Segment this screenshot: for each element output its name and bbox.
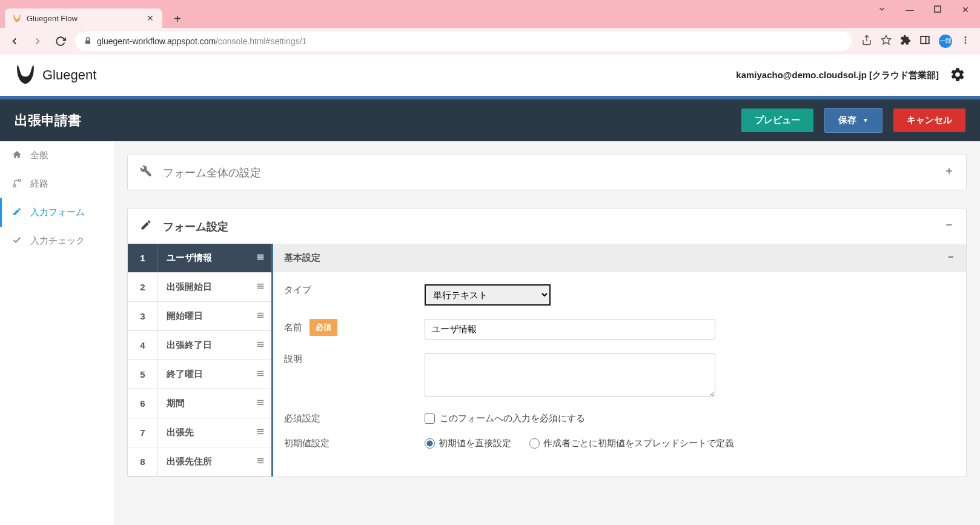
field-name: 期間: [158, 398, 250, 409]
field-row[interactable]: 3開始曜日: [128, 302, 271, 331]
collapse-icon[interactable]: [947, 253, 955, 263]
panel-icon[interactable]: [919, 35, 930, 48]
field-row[interactable]: 1ユーザ情報: [128, 244, 271, 273]
field-menu-icon[interactable]: [250, 339, 271, 352]
field-number: 4: [128, 331, 158, 359]
field-menu-icon[interactable]: [250, 427, 271, 439]
logo-icon: [15, 63, 36, 87]
field-row[interactable]: 6期間: [128, 389, 271, 418]
expand-icon[interactable]: [944, 166, 954, 179]
desc-textarea[interactable]: [425, 353, 715, 397]
window-maximize-icon[interactable]: [929, 5, 946, 15]
field-name: ユーザ情報: [158, 252, 250, 264]
field-menu-icon[interactable]: [250, 398, 271, 410]
sidebar-item-label: 全般: [30, 150, 48, 161]
config-section-title: 基本設定: [284, 252, 320, 264]
required-setting-label: 必須設定: [284, 413, 320, 424]
sidebar-item-input-check[interactable]: 入力チェック: [0, 227, 114, 255]
field-row[interactable]: 7出張先: [128, 418, 271, 447]
settings-gear-icon[interactable]: [950, 67, 965, 84]
forward-button[interactable]: [29, 33, 46, 50]
sidebar-item-route[interactable]: 経路: [0, 170, 114, 198]
pencil-icon: [12, 207, 22, 218]
field-list: 1ユーザ情報2出張開始日3開始曜日4出張終了日5終了曜日6期間7出張先8出張先住…: [128, 244, 273, 477]
field-row[interactable]: 5終了曜日: [128, 360, 271, 389]
sidebar-item-label: 経路: [30, 178, 48, 190]
check-icon: [12, 235, 22, 247]
svg-rect-4: [921, 36, 929, 44]
name-input[interactable]: [425, 319, 715, 340]
sidebar-item-input-form[interactable]: 入力フォーム: [0, 198, 114, 227]
brand-logo[interactable]: Gluegent: [15, 63, 96, 87]
panel-title: フォーム全体の設定: [163, 166, 261, 180]
brand-name: Gluegent: [42, 67, 96, 83]
init-radio-direct[interactable]: 初期値を直接設定: [425, 438, 511, 449]
share-icon[interactable]: [861, 35, 872, 48]
type-select[interactable]: 単行テキスト: [425, 284, 551, 306]
field-menu-icon[interactable]: [250, 456, 271, 468]
field-menu-icon[interactable]: [250, 310, 271, 323]
field-menu-icon[interactable]: [250, 252, 271, 264]
field-number: 5: [128, 360, 158, 389]
svg-rect-0: [935, 6, 941, 12]
desc-label: 説明: [284, 353, 302, 365]
window-minimize-icon[interactable]: —: [901, 5, 918, 15]
document-title: 出張申請書: [15, 112, 81, 130]
chevron-down-icon: ▼: [862, 117, 869, 124]
new-tab-button[interactable]: +: [168, 10, 187, 28]
type-label: タイプ: [284, 284, 311, 296]
browser-tab[interactable]: Gluegent Flow ✕: [5, 8, 162, 28]
tab-title: Gluegent Flow: [27, 14, 141, 23]
app-header: Gluegent kamiyacho@demo.cloudsol.jp [クラウ…: [0, 55, 980, 96]
field-row[interactable]: 8出張先住所: [128, 447, 271, 477]
field-number: 7: [128, 418, 158, 447]
sidebar-item-general[interactable]: 全般: [0, 141, 114, 170]
panel-title: フォーム設定: [163, 219, 228, 234]
extensions-icon[interactable]: [900, 35, 911, 48]
collapse-icon[interactable]: [944, 220, 954, 233]
field-name: 出張開始日: [158, 281, 250, 293]
svg-point-10: [18, 179, 21, 181]
init-radio-direct-input[interactable]: [425, 438, 435, 449]
window-close-icon[interactable]: ✕: [957, 5, 974, 15]
field-row[interactable]: 4出張終了日: [128, 331, 271, 360]
svg-point-6: [965, 36, 967, 38]
svg-point-8: [965, 42, 967, 44]
user-label: kamiyacho@demo.cloudsol.jp [クラウド営業部]: [736, 70, 939, 81]
field-name: 出張先住所: [158, 456, 250, 467]
field-menu-icon[interactable]: [250, 369, 271, 381]
field-number: 6: [128, 389, 158, 418]
field-number: 1: [128, 244, 158, 272]
preview-button[interactable]: プレビュー: [741, 109, 813, 132]
field-number: 3: [128, 302, 158, 330]
cancel-button[interactable]: キャンセル: [893, 109, 965, 132]
panel-form-settings: フォーム設定 1ユーザ情報2出張開始日3開始曜日4出張終了日5終了曜日6期間7出…: [127, 209, 967, 477]
sidebar-item-label: 入力フォーム: [30, 207, 85, 218]
lock-icon: [84, 36, 92, 47]
document-action-bar: 出張申請書 プレビュー 保存▼ キャンセル: [0, 99, 980, 141]
pencil-icon: [140, 219, 152, 234]
profile-avatar[interactable]: 一郎: [939, 35, 952, 48]
favicon-icon: [12, 13, 22, 23]
required-checkbox-label[interactable]: このフォームへの入力を必須にする: [425, 413, 585, 424]
field-menu-icon[interactable]: [250, 281, 271, 293]
save-button[interactable]: 保存▼: [824, 108, 882, 133]
bookmark-icon[interactable]: [881, 35, 892, 48]
field-name: 開始曜日: [158, 310, 250, 322]
window-controls: — ✕: [873, 5, 974, 15]
tab-close-icon[interactable]: ✕: [145, 13, 155, 23]
init-radio-sheet[interactable]: 作成者ごとに初期値をスプレッドシートで定義: [529, 438, 734, 449]
required-checkbox[interactable]: [425, 413, 435, 424]
sidebar: 全般 経路 入力フォーム 入力チェック: [0, 141, 114, 525]
back-button[interactable]: [6, 33, 23, 50]
field-number: 2: [128, 273, 158, 301]
address-bar[interactable]: gluegent-workflow.appspot.com/console.ht…: [75, 32, 852, 51]
required-badge: 必須: [310, 319, 337, 336]
field-name: 終了曜日: [158, 369, 250, 380]
init-radio-sheet-input[interactable]: [529, 438, 540, 449]
field-row[interactable]: 2出張開始日: [128, 273, 271, 302]
window-chevron-icon[interactable]: [873, 5, 890, 15]
form-config: 基本設定 タイプ 単行テキスト 名前: [273, 244, 966, 477]
browser-menu-icon[interactable]: [961, 35, 970, 47]
reload-button[interactable]: [52, 33, 69, 50]
